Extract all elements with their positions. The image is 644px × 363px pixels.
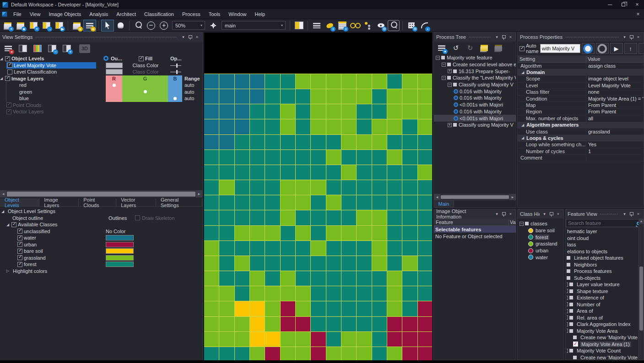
map-cell[interactable] xyxy=(402,165,417,180)
map-cell[interactable] xyxy=(250,210,265,225)
feature-item[interactable]: Majority Vote Area xyxy=(565,328,644,335)
drag-handle[interactable] xyxy=(566,37,618,38)
feature-item[interactable]: Majority Vote Count xyxy=(565,347,644,354)
property-row[interactable]: Loop while something ch...Yes xyxy=(518,142,644,148)
move-down-button[interactable]: ↓ xyxy=(639,43,644,54)
map-cell[interactable] xyxy=(341,74,356,89)
map-cell[interactable] xyxy=(250,347,265,362)
map-cell[interactable] xyxy=(418,150,433,165)
feature-item[interactable]: hematic layer xyxy=(565,228,644,235)
property-row[interactable]: Use classgrassland xyxy=(518,128,644,135)
map-cell[interactable] xyxy=(418,241,433,256)
map-cell[interactable] xyxy=(235,241,249,256)
map-cell[interactable] xyxy=(418,135,433,149)
map-cell[interactable] xyxy=(250,301,265,316)
map-cell[interactable] xyxy=(402,195,417,210)
process-tree-item[interactable]: +16.313 Prepare Super- xyxy=(434,68,516,75)
map-cell[interactable] xyxy=(341,180,356,195)
map-cell[interactable] xyxy=(204,301,219,316)
expand-box-icon[interactable]: + xyxy=(448,123,452,127)
map-cell[interactable] xyxy=(296,241,310,256)
map-cell[interactable] xyxy=(296,135,310,149)
map-cell[interactable] xyxy=(281,74,295,89)
auto-name-checkbox[interactable] xyxy=(520,46,525,51)
map-cell[interactable] xyxy=(250,317,265,331)
image-layer-row[interactable]: redauto xyxy=(0,82,202,89)
map-cell[interactable] xyxy=(387,317,402,331)
pin-icon[interactable] xyxy=(502,35,506,40)
map-cell[interactable] xyxy=(341,210,356,225)
map-cell[interactable] xyxy=(235,332,249,347)
expander-icon[interactable]: ◢ xyxy=(521,70,526,75)
map-cell[interactable] xyxy=(235,301,249,316)
map-cell[interactable] xyxy=(219,301,234,316)
class-item[interactable]: bare soil xyxy=(518,227,563,234)
panel-menu-icon[interactable]: ▾ xyxy=(494,212,500,216)
map-cell[interactable] xyxy=(387,286,402,301)
map-cell[interactable] xyxy=(418,301,433,316)
map-cell[interactable] xyxy=(341,89,356,104)
map-cell[interactable] xyxy=(418,347,433,362)
map-cell[interactable] xyxy=(204,317,219,331)
map-cell[interactable] xyxy=(311,195,325,210)
map-cell[interactable] xyxy=(372,89,387,104)
map-cell[interactable] xyxy=(265,332,280,347)
chevron-down-icon[interactable]: ▾ xyxy=(279,23,285,27)
class-row[interactable]: water xyxy=(0,235,202,241)
channel-cell[interactable] xyxy=(122,82,168,89)
expander-icon[interactable]: ▷ xyxy=(6,269,11,273)
map-cell[interactable] xyxy=(281,104,295,119)
expander-icon[interactable]: ◢ xyxy=(521,136,526,140)
panel-menu-icon[interactable]: ▾ xyxy=(494,35,500,39)
map-cell[interactable] xyxy=(402,241,417,256)
map-cell[interactable] xyxy=(311,180,325,195)
map-cell[interactable] xyxy=(265,286,280,301)
map-cell[interactable] xyxy=(204,286,219,301)
expander-icon[interactable]: ◢ xyxy=(0,76,5,80)
map-cell[interactable] xyxy=(265,104,280,119)
map-cell[interactable] xyxy=(250,241,265,256)
map-cell[interactable] xyxy=(296,89,310,104)
feature-item[interactable]: Clark Aggregation Index xyxy=(565,321,644,328)
map-cell[interactable] xyxy=(219,74,234,89)
map-cell[interactable] xyxy=(402,135,417,149)
feature-item[interactable]: Layer value texture xyxy=(565,281,644,288)
map-cell[interactable] xyxy=(296,317,310,331)
map-cell[interactable] xyxy=(296,150,310,165)
map-cell[interactable] xyxy=(250,150,265,165)
map-cell[interactable] xyxy=(219,135,234,149)
map-cell[interactable] xyxy=(311,317,325,331)
feature-item[interactable]: Create new 'Majority Vote xyxy=(565,334,644,341)
image-layers-checkbox[interactable] xyxy=(5,76,10,81)
map-cell[interactable] xyxy=(326,226,341,240)
feature-item[interactable]: lass xyxy=(565,241,644,248)
panel-menu-icon[interactable]: ▾ xyxy=(622,212,628,216)
map-cell[interactable] xyxy=(326,332,341,347)
map-cell[interactable] xyxy=(265,135,280,149)
map-cell[interactable] xyxy=(296,74,310,89)
map-cell[interactable] xyxy=(357,256,371,271)
map-cell[interactable] xyxy=(204,119,219,134)
map-cell[interactable] xyxy=(250,135,265,149)
scrollbar-thumb[interactable] xyxy=(7,192,195,197)
property-row[interactable]: ◢Domain xyxy=(518,69,644,75)
map-cell[interactable] xyxy=(281,317,295,331)
map-cell[interactable] xyxy=(265,317,280,331)
object-levels-checkbox[interactable] xyxy=(5,56,10,61)
map-cell[interactable] xyxy=(402,226,417,240)
scrollbar-thumb[interactable] xyxy=(441,195,509,199)
map-cell[interactable] xyxy=(235,119,249,134)
class-color-swatch[interactable] xyxy=(106,248,134,254)
scroll-left-arrow[interactable]: ◄ xyxy=(434,194,440,200)
map-cell[interactable] xyxy=(418,195,433,210)
edit-vectors-icon[interactable]: ▪ xyxy=(418,20,430,31)
map-cell[interactable] xyxy=(402,347,417,362)
class-row[interactable]: grassland xyxy=(0,255,202,262)
map-cell[interactable] xyxy=(372,210,387,225)
class-color-swatch[interactable] xyxy=(106,242,134,247)
map-cell[interactable] xyxy=(326,104,341,119)
redo-icon[interactable]: ↻ xyxy=(464,43,476,53)
map-cell[interactable] xyxy=(357,119,371,134)
map-cell[interactable] xyxy=(281,301,295,316)
map-cell[interactable] xyxy=(204,135,219,149)
